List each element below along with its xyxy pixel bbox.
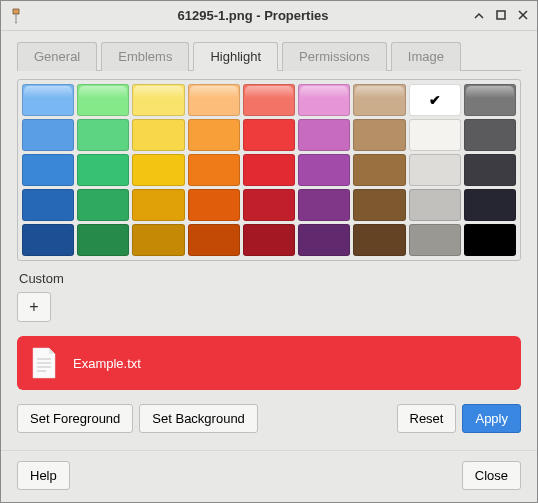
reset-button[interactable]: Reset (397, 404, 457, 433)
color-swatch[interactable] (243, 154, 295, 186)
help-button[interactable]: Help (17, 461, 70, 490)
color-swatch[interactable] (188, 84, 240, 116)
tab-bar: GeneralEmblemsHighlightPermissionsImage (17, 31, 521, 71)
color-swatch[interactable] (298, 119, 350, 151)
custom-label: Custom (19, 271, 521, 286)
tab-body: ✔ Custom + Example.txt Set For (17, 71, 521, 442)
color-swatch[interactable] (409, 154, 461, 186)
svg-rect-1 (497, 11, 505, 19)
svg-rect-0 (16, 14, 17, 22)
color-swatch[interactable] (243, 189, 295, 221)
color-swatch[interactable] (188, 189, 240, 221)
titlebar: 61295-1.png - Properties (1, 1, 537, 31)
color-swatch[interactable] (132, 154, 184, 186)
apply-button[interactable]: Apply (462, 404, 521, 433)
color-swatch[interactable] (188, 119, 240, 151)
color-swatch[interactable] (353, 154, 405, 186)
set-background-button[interactable]: Set Background (139, 404, 258, 433)
content-area: GeneralEmblemsHighlightPermissionsImage … (1, 31, 537, 450)
footer: Help Close (1, 450, 537, 502)
tab-highlight[interactable]: Highlight (193, 42, 278, 71)
color-swatch[interactable] (464, 189, 516, 221)
maximize-icon[interactable] (495, 9, 507, 23)
file-icon (31, 347, 57, 379)
color-swatch[interactable] (77, 224, 129, 256)
color-swatch[interactable] (464, 84, 516, 116)
color-swatch[interactable] (353, 119, 405, 151)
color-swatch[interactable] (353, 224, 405, 256)
tab-emblems[interactable]: Emblems (101, 42, 189, 71)
color-swatch[interactable] (409, 119, 461, 151)
close-icon[interactable] (517, 9, 529, 23)
color-swatch[interactable] (22, 154, 74, 186)
color-swatch[interactable] (77, 189, 129, 221)
preview-filename: Example.txt (73, 356, 141, 371)
color-swatch[interactable] (188, 224, 240, 256)
color-swatch[interactable]: ✔ (409, 84, 461, 116)
color-swatch[interactable] (409, 224, 461, 256)
color-swatch[interactable] (464, 119, 516, 151)
color-swatch[interactable] (298, 154, 350, 186)
color-swatch[interactable] (353, 84, 405, 116)
color-swatch[interactable] (22, 189, 74, 221)
minimize-icon[interactable] (473, 9, 485, 23)
app-icon (9, 8, 25, 24)
color-swatch[interactable] (188, 154, 240, 186)
color-swatch[interactable] (298, 189, 350, 221)
action-buttons: Set Foreground Set Background Reset Appl… (17, 404, 521, 433)
color-swatch[interactable] (132, 119, 184, 151)
color-swatch[interactable] (298, 224, 350, 256)
tab-image[interactable]: Image (391, 42, 461, 71)
preview-panel: Example.txt (17, 336, 521, 390)
check-icon: ✔ (429, 92, 441, 108)
tab-permissions[interactable]: Permissions (282, 42, 387, 71)
window-title: 61295-1.png - Properties (33, 8, 473, 23)
set-foreground-button[interactable]: Set Foreground (17, 404, 133, 433)
color-swatch[interactable] (77, 119, 129, 151)
color-swatch[interactable] (22, 84, 74, 116)
color-swatch[interactable] (132, 224, 184, 256)
color-swatch[interactable] (464, 154, 516, 186)
add-custom-button[interactable]: + (17, 292, 51, 322)
window-controls (473, 9, 529, 23)
properties-window: 61295-1.png - Properties GeneralEmblemsH… (0, 0, 538, 503)
color-swatch[interactable] (243, 119, 295, 151)
color-swatch[interactable] (298, 84, 350, 116)
color-swatch[interactable] (77, 154, 129, 186)
color-swatch[interactable] (243, 84, 295, 116)
color-swatch[interactable] (409, 189, 461, 221)
color-grid: ✔ (17, 79, 521, 261)
close-button[interactable]: Close (462, 461, 521, 490)
tab-general[interactable]: General (17, 42, 97, 71)
color-swatch[interactable] (22, 119, 74, 151)
color-swatch[interactable] (464, 224, 516, 256)
color-swatch[interactable] (132, 189, 184, 221)
color-swatch[interactable] (22, 224, 74, 256)
color-swatch[interactable] (243, 224, 295, 256)
color-swatch[interactable] (353, 189, 405, 221)
color-swatch[interactable] (77, 84, 129, 116)
color-swatch[interactable] (132, 84, 184, 116)
